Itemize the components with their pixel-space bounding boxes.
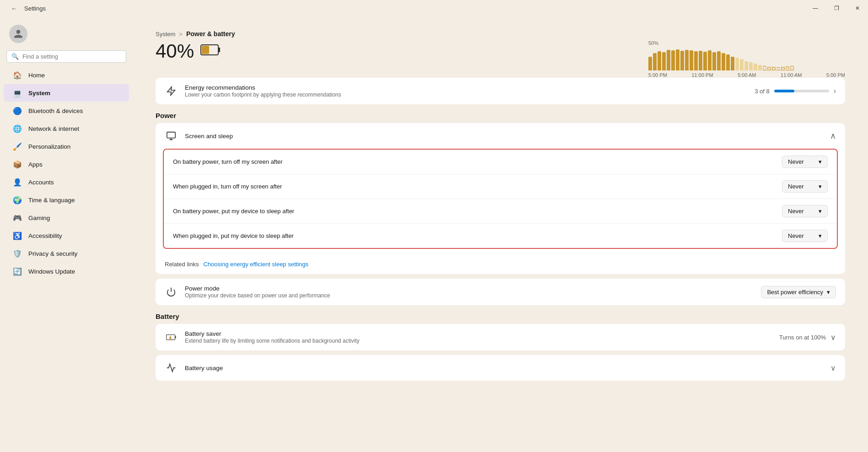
title-bar: ← Settings <box>0 0 114 16</box>
sidebar-item-time[interactable]: 🌍 Time & language <box>4 191 129 209</box>
sidebar-item-network[interactable]: 🌐 Network & internet <box>4 120 129 137</box>
sleep-option-dropdown-0[interactable]: Never ▾ <box>782 156 828 168</box>
sidebar-icon-personalization: 🖌️ <box>13 142 22 151</box>
sleep-option-arrow-2: ▾ <box>819 208 822 215</box>
chart-bars <box>648 48 845 70</box>
sleep-option-label-3: When plugged in, put my device to sleep … <box>173 232 782 239</box>
power-mode-card: Power mode Optimize your device based on… <box>156 279 845 305</box>
energy-subtitle: Lower your carbon footprint by applying … <box>185 91 747 98</box>
sidebar-item-accounts[interactable]: 👤 Accounts <box>4 173 129 191</box>
sidebar-header <box>0 20 133 50</box>
search-icon: 🔍 <box>11 53 19 60</box>
power-mode-dropdown-arrow: ▾ <box>827 289 830 296</box>
chart-bar-1 <box>653 53 657 70</box>
minimize-button[interactable]: — <box>805 0 826 16</box>
chart-time-label-4: 5:00 PM <box>826 72 845 78</box>
chart-bar-15 <box>717 51 721 70</box>
sleep-option-row-1: When plugged in, turn off my screen afte… <box>164 174 837 199</box>
sidebar-label-personalization: Personalization <box>28 143 70 150</box>
sidebar-icon-update: 🔄 <box>13 267 22 276</box>
power-mode-row[interactable]: Power mode Optimize your device based on… <box>156 279 845 305</box>
battery-usage-text: Battery usage <box>185 365 823 371</box>
sidebar-nav: 🏠 Home 💻 System 🔵 Bluetooth & devices 🌐 … <box>0 66 133 280</box>
avatar[interactable] <box>9 25 27 43</box>
app-title: Settings <box>24 5 46 12</box>
chart-bar-6 <box>676 49 679 70</box>
sidebar-label-gaming: Gaming <box>28 215 50 221</box>
svg-rect-8 <box>175 336 176 339</box>
chart-bar-21 <box>744 61 748 70</box>
sidebar-item-personalization[interactable]: 🖌️ Personalization <box>4 138 129 155</box>
chart-bar-5 <box>671 50 675 70</box>
screen-sleep-icon <box>165 129 178 142</box>
sleep-option-value-2: Never <box>788 208 804 215</box>
power-mode-dropdown[interactable]: Best power efficiency ▾ <box>761 286 836 298</box>
breadcrumb-parent[interactable]: System <box>156 31 175 38</box>
energy-card-text: Energy recommendations Lower your carbon… <box>185 84 747 98</box>
sidebar-label-update: Windows Update <box>28 268 75 275</box>
battery-usage-title: Battery usage <box>185 365 823 371</box>
chart-bar-20 <box>740 59 744 70</box>
battery-saver-value: Turns on at 100% <box>779 334 826 341</box>
battery-usage-chevron: ∨ <box>830 364 836 372</box>
sidebar-label-bluetooth: Bluetooth & devices <box>28 108 83 114</box>
energy-sleep-link[interactable]: Choosing energy efficient sleep settings <box>203 261 308 268</box>
sidebar-item-system[interactable]: 💻 System <box>4 84 129 102</box>
screen-sleep-header[interactable]: Screen and sleep ∧ <box>156 123 845 149</box>
close-button[interactable]: ✕ <box>847 0 868 16</box>
sleep-option-dropdown-3[interactable]: Never ▾ <box>782 230 828 242</box>
power-mode-text: Power mode Optimize your device based on… <box>185 285 754 299</box>
sidebar-item-accessibility[interactable]: ♿ Accessibility <box>4 227 129 244</box>
battery-usage-row[interactable]: Battery usage ∨ <box>156 355 845 381</box>
chart-bar-16 <box>722 53 725 70</box>
battery-saver-row[interactable]: Battery saver Extend battery life by lim… <box>156 324 845 350</box>
sleep-option-value-1: Never <box>788 183 804 190</box>
svg-rect-3 <box>167 132 175 138</box>
chart-time-label-1: 11:00 PM <box>692 72 713 78</box>
energy-title: Energy recommendations <box>185 84 747 91</box>
energy-progress-bar <box>774 90 829 92</box>
chart-bar-14 <box>712 52 716 70</box>
related-links-label: Related links <box>165 261 199 268</box>
chart-bar-31 <box>790 66 794 70</box>
sidebar-item-apps[interactable]: 📦 Apps <box>4 156 129 173</box>
sidebar-icon-system: 💻 <box>13 88 22 97</box>
restore-button[interactable]: ❐ <box>826 0 847 16</box>
sleep-option-dropdown-2[interactable]: Never ▾ <box>782 205 828 217</box>
chart-bar-29 <box>781 67 785 70</box>
chart-bar-9 <box>690 50 693 70</box>
sleep-option-dropdown-1[interactable]: Never ▾ <box>782 180 828 193</box>
battery-saver-subtitle: Extend battery life by limiting some not… <box>185 338 772 344</box>
back-button[interactable]: ← <box>7 3 21 14</box>
svg-rect-2 <box>202 46 209 54</box>
power-mode-title: Power mode <box>185 285 754 292</box>
chart-bar-7 <box>680 51 684 70</box>
sidebar-item-privacy[interactable]: 🛡️ Privacy & security <box>4 245 129 262</box>
sidebar-icon-accounts: 👤 <box>13 178 22 187</box>
sleep-option-value-3: Never <box>788 232 804 239</box>
sidebar-item-home[interactable]: 🏠 Home <box>4 66 129 84</box>
sleep-option-label-2: On battery power, put my device to sleep… <box>173 208 782 215</box>
sidebar-item-bluetooth[interactable]: 🔵 Bluetooth & devices <box>4 102 129 119</box>
sidebar-item-update[interactable]: 🔄 Windows Update <box>4 263 129 280</box>
related-links: Related links Choosing energy efficient … <box>156 256 845 274</box>
search-bar[interactable]: 🔍 <box>6 50 126 63</box>
chart-bar-10 <box>694 51 698 70</box>
chart-bar-17 <box>726 54 730 70</box>
sidebar-item-gaming[interactable]: 🎮 Gaming <box>4 209 129 226</box>
chart-bar-4 <box>667 50 670 70</box>
energy-recommendations-row[interactable]: Energy recommendations Lower your carbon… <box>156 78 845 104</box>
sleep-option-value-0: Never <box>788 158 804 165</box>
chart-bar-0 <box>648 57 652 70</box>
energy-card-right: 3 of 8 › <box>755 87 836 95</box>
breadcrumb-separator: > <box>179 31 183 38</box>
sidebar-label-home: Home <box>28 72 45 79</box>
search-input[interactable] <box>22 53 121 60</box>
chart-bar-27 <box>772 67 776 70</box>
chart-bar-19 <box>735 58 739 70</box>
chart-bar-25 <box>763 66 766 70</box>
battery-usage-icon <box>165 361 178 374</box>
chart-bar-11 <box>699 51 702 70</box>
power-mode-value: Best power efficiency <box>767 289 823 296</box>
sidebar-icon-time: 🌍 <box>13 195 22 204</box>
